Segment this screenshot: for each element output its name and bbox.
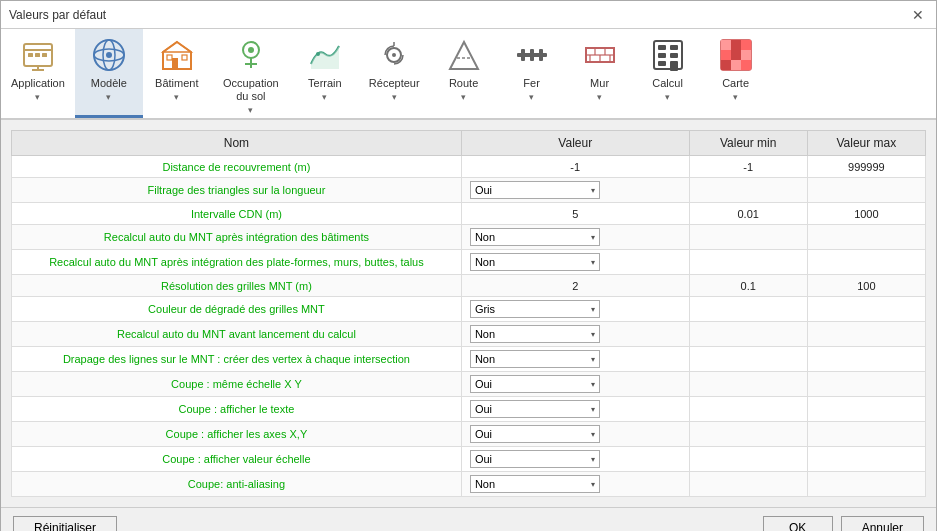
cell-valeur[interactable]: Non▾ bbox=[461, 322, 689, 347]
toolbar-label-terrain: Terrain bbox=[308, 77, 342, 90]
svg-marker-12 bbox=[163, 42, 191, 52]
svg-rect-3 bbox=[35, 53, 40, 57]
cell-nom: Distance de recouvrement (m) bbox=[12, 156, 462, 178]
reset-button[interactable]: Réinitialiser bbox=[13, 516, 117, 531]
cell-valeur[interactable]: Non▾ bbox=[461, 472, 689, 497]
data-table: Nom Valeur Valeur min Valeur max Distanc… bbox=[11, 130, 926, 497]
toolbar-item-recepteur[interactable]: Récepteur ▾ bbox=[359, 29, 430, 118]
close-button[interactable]: ✕ bbox=[908, 8, 928, 22]
toolbar-item-terrain[interactable]: Terrain ▾ bbox=[291, 29, 359, 118]
svg-rect-38 bbox=[670, 45, 678, 50]
cell-valeur[interactable]: Oui▾ bbox=[461, 397, 689, 422]
cell-nom: Intervalle CDN (m) bbox=[12, 203, 462, 225]
value-select[interactable]: Non▾ bbox=[470, 475, 600, 493]
cell-nom: Résolution des grilles MNT (m) bbox=[12, 275, 462, 297]
svg-rect-49 bbox=[741, 50, 751, 60]
chevron-down-icon: ▾ bbox=[665, 92, 670, 102]
value-select[interactable]: Non▾ bbox=[470, 350, 600, 368]
svg-rect-48 bbox=[731, 50, 741, 60]
cell-min bbox=[689, 447, 807, 472]
cell-nom: Couleur de dégradé des grilles MNT bbox=[12, 297, 462, 322]
toolbar: Application ▾ Modèle ▾ bbox=[1, 29, 936, 120]
cell-nom: Recalcul auto du MNT avant lancement du … bbox=[12, 322, 462, 347]
route-icon bbox=[444, 35, 484, 75]
cell-min bbox=[689, 225, 807, 250]
cell-valeur: 5 bbox=[461, 203, 689, 225]
cell-valeur[interactable]: Oui▾ bbox=[461, 372, 689, 397]
chevron-down-icon: ▾ bbox=[591, 233, 595, 242]
cell-valeur[interactable]: Gris▾ bbox=[461, 297, 689, 322]
cell-max bbox=[807, 472, 925, 497]
cell-min bbox=[689, 372, 807, 397]
svg-point-22 bbox=[392, 53, 396, 57]
value-select[interactable]: Oui▾ bbox=[470, 375, 600, 393]
window-title: Valeurs par défaut bbox=[9, 8, 106, 22]
value-select[interactable]: Non▾ bbox=[470, 325, 600, 343]
cell-valeur[interactable]: Non▾ bbox=[461, 250, 689, 275]
value-select[interactable]: Non▾ bbox=[470, 253, 600, 271]
cell-valeur[interactable]: Oui▾ bbox=[461, 178, 689, 203]
batiment-icon bbox=[157, 35, 197, 75]
toolbar-item-application[interactable]: Application ▾ bbox=[1, 29, 75, 118]
terrain-icon bbox=[305, 35, 345, 75]
svg-rect-37 bbox=[658, 45, 666, 50]
header-min: Valeur min bbox=[689, 131, 807, 156]
main-window: Valeurs par défaut ✕ Application ▾ bbox=[0, 0, 937, 531]
toolbar-item-batiment[interactable]: Bâtiment ▾ bbox=[143, 29, 211, 118]
toolbar-label-carte: Carte bbox=[722, 77, 749, 90]
occupation-icon bbox=[231, 35, 271, 75]
cell-valeur[interactable]: Non▾ bbox=[461, 347, 689, 372]
svg-rect-4 bbox=[42, 53, 47, 57]
value-select[interactable]: Oui▾ bbox=[470, 450, 600, 468]
cell-nom: Recalcul auto du MNT après intégration d… bbox=[12, 225, 462, 250]
toolbar-item-route[interactable]: Route ▾ bbox=[430, 29, 498, 118]
svg-rect-50 bbox=[721, 60, 731, 70]
table-row: Intervalle CDN (m)50.011000 bbox=[12, 203, 926, 225]
chevron-down-icon: ▾ bbox=[591, 480, 595, 489]
app-icon bbox=[18, 35, 58, 75]
table-row: Distance de recouvrement (m)-1-1999999 bbox=[12, 156, 926, 178]
table-row: Couleur de dégradé des grilles MNTGris▾ bbox=[12, 297, 926, 322]
toolbar-label-calcul: Calcul bbox=[652, 77, 683, 90]
value-select[interactable]: Non▾ bbox=[470, 228, 600, 246]
svg-point-19 bbox=[248, 47, 254, 53]
table-row: Résolution des grilles MNT (m)20.1100 bbox=[12, 275, 926, 297]
value-select[interactable]: Oui▾ bbox=[470, 400, 600, 418]
cell-valeur[interactable]: Oui▾ bbox=[461, 447, 689, 472]
cell-min: -1 bbox=[689, 156, 807, 178]
toolbar-label-modele: Modèle bbox=[91, 77, 127, 90]
toolbar-label-application: Application bbox=[11, 77, 65, 90]
recepteur-icon bbox=[374, 35, 414, 75]
header-nom: Nom bbox=[12, 131, 462, 156]
svg-rect-46 bbox=[741, 40, 751, 50]
cell-valeur[interactable]: Non▾ bbox=[461, 225, 689, 250]
cell-max: 999999 bbox=[807, 156, 925, 178]
cell-max: 1000 bbox=[807, 203, 925, 225]
svg-point-10 bbox=[106, 52, 112, 58]
ok-button[interactable]: OK bbox=[763, 516, 833, 531]
toolbar-item-calcul[interactable]: Calcul ▾ bbox=[634, 29, 702, 118]
value-select[interactable]: Oui▾ bbox=[470, 181, 600, 199]
table-row: Drapage des lignes sur le MNT : créer de… bbox=[12, 347, 926, 372]
value-select[interactable]: Gris▾ bbox=[470, 300, 600, 318]
cell-max bbox=[807, 250, 925, 275]
toolbar-item-carte[interactable]: Carte ▾ bbox=[702, 29, 770, 118]
toolbar-item-fer[interactable]: Fer ▾ bbox=[498, 29, 566, 118]
toolbar-item-mur[interactable]: Mur ▾ bbox=[566, 29, 634, 118]
cell-min bbox=[689, 297, 807, 322]
cell-nom: Coupe : même échelle X Y bbox=[12, 372, 462, 397]
cell-nom: Filtrage des triangles sur la longueur bbox=[12, 178, 462, 203]
cell-valeur[interactable]: Oui▾ bbox=[461, 422, 689, 447]
svg-rect-15 bbox=[182, 55, 187, 60]
cell-min bbox=[689, 422, 807, 447]
value-select[interactable]: Oui▾ bbox=[470, 425, 600, 443]
cell-nom: Recalcul auto du MNT après intégration d… bbox=[12, 250, 462, 275]
cancel-button[interactable]: Annuler bbox=[841, 516, 924, 531]
toolbar-item-occupation[interactable]: Occupation du sol ▾ bbox=[211, 29, 291, 118]
cell-min bbox=[689, 322, 807, 347]
chevron-down-icon: ▾ bbox=[174, 92, 179, 102]
toolbar-item-modele[interactable]: Modèle ▾ bbox=[75, 29, 143, 118]
cell-nom: Coupe : afficher valeur échelle bbox=[12, 447, 462, 472]
chevron-down-icon: ▾ bbox=[591, 330, 595, 339]
toolbar-label-recepteur: Récepteur bbox=[369, 77, 420, 90]
